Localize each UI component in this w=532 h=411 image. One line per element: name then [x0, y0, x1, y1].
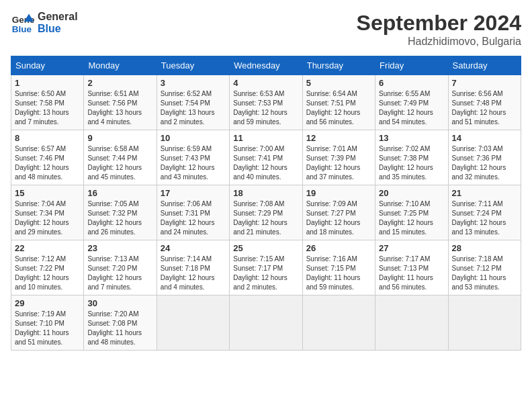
day-info: Sunrise: 6:59 AM Sunset: 7:43 PM Dayligh…	[161, 144, 226, 182]
calendar-week-5: 29Sunrise: 7:19 AM Sunset: 7:10 PM Dayli…	[11, 295, 521, 351]
calendar-cell: 8Sunrise: 6:57 AM Sunset: 7:46 PM Daylig…	[11, 130, 84, 185]
day-number: 9	[87, 133, 152, 143]
day-number: 8	[15, 133, 80, 143]
day-info: Sunrise: 7:16 AM Sunset: 7:15 PM Dayligh…	[306, 255, 371, 292]
day-number: 24	[161, 243, 226, 253]
day-number: 11	[233, 133, 298, 143]
day-info: Sunrise: 6:54 AM Sunset: 7:51 PM Dayligh…	[306, 89, 371, 127]
day-info: Sunrise: 6:52 AM Sunset: 7:54 PM Dayligh…	[161, 89, 226, 127]
day-number: 10	[161, 133, 226, 143]
calendar-cell: 17Sunrise: 7:06 AM Sunset: 7:31 PM Dayli…	[157, 185, 229, 240]
calendar-cell: 2Sunrise: 6:51 AM Sunset: 7:56 PM Daylig…	[84, 75, 157, 130]
calendar-cell: 29Sunrise: 7:19 AM Sunset: 7:10 PM Dayli…	[11, 295, 84, 351]
location: Hadzhidimovo, Bulgaria	[357, 36, 521, 48]
calendar-cell: 5Sunrise: 6:54 AM Sunset: 7:51 PM Daylig…	[302, 75, 375, 130]
day-info: Sunrise: 7:06 AM Sunset: 7:31 PM Dayligh…	[161, 199, 226, 237]
calendar-cell: 12Sunrise: 7:01 AM Sunset: 7:39 PM Dayli…	[302, 130, 375, 185]
day-number: 4	[233, 78, 298, 88]
day-number: 7	[452, 78, 517, 88]
month-title: September 2024	[357, 11, 521, 36]
day-number: 20	[379, 188, 444, 198]
calendar-cell: 24Sunrise: 7:14 AM Sunset: 7:18 PM Dayli…	[157, 240, 229, 295]
calendar-week-3: 15Sunrise: 7:04 AM Sunset: 7:34 PM Dayli…	[11, 185, 521, 240]
header-sunday: Sunday	[11, 56, 84, 75]
day-info: Sunrise: 7:02 AM Sunset: 7:38 PM Dayligh…	[379, 144, 444, 182]
day-info: Sunrise: 7:13 AM Sunset: 7:20 PM Dayligh…	[87, 255, 152, 292]
day-info: Sunrise: 7:18 AM Sunset: 7:12 PM Dayligh…	[452, 255, 517, 292]
day-number: 15	[15, 188, 80, 198]
day-info: Sunrise: 7:14 AM Sunset: 7:18 PM Dayligh…	[161, 255, 226, 292]
day-info: Sunrise: 7:15 AM Sunset: 7:17 PM Dayligh…	[233, 255, 298, 292]
calendar-cell: 22Sunrise: 7:12 AM Sunset: 7:22 PM Dayli…	[11, 240, 84, 295]
calendar-week-2: 8Sunrise: 6:57 AM Sunset: 7:46 PM Daylig…	[11, 130, 521, 185]
day-number: 23	[87, 243, 152, 253]
day-info: Sunrise: 6:50 AM Sunset: 7:58 PM Dayligh…	[15, 89, 80, 127]
day-info: Sunrise: 7:12 AM Sunset: 7:22 PM Dayligh…	[15, 255, 80, 292]
day-number: 16	[87, 188, 152, 198]
calendar-cell: 26Sunrise: 7:16 AM Sunset: 7:15 PM Dayli…	[302, 240, 375, 295]
calendar-header-row: SundayMondayTuesdayWednesdayThursdayFrid…	[11, 56, 521, 75]
header-saturday: Saturday	[448, 56, 521, 75]
day-number: 19	[306, 188, 371, 198]
calendar-cell: 13Sunrise: 7:02 AM Sunset: 7:38 PM Dayli…	[375, 130, 448, 185]
calendar-cell	[157, 295, 229, 351]
day-number: 12	[306, 133, 371, 143]
calendar-week-4: 22Sunrise: 7:12 AM Sunset: 7:22 PM Dayli…	[11, 240, 521, 295]
calendar-cell: 3Sunrise: 6:52 AM Sunset: 7:54 PM Daylig…	[157, 75, 229, 130]
day-info: Sunrise: 6:53 AM Sunset: 7:53 PM Dayligh…	[233, 89, 298, 127]
calendar-cell: 18Sunrise: 7:08 AM Sunset: 7:29 PM Dayli…	[230, 185, 302, 240]
calendar-cell	[448, 295, 521, 351]
logo: General Blue General Blue	[11, 11, 78, 35]
day-info: Sunrise: 6:51 AM Sunset: 7:56 PM Dayligh…	[87, 89, 152, 127]
calendar-cell	[375, 295, 448, 351]
calendar-cell: 27Sunrise: 7:17 AM Sunset: 7:13 PM Dayli…	[375, 240, 448, 295]
logo-general: General	[38, 11, 78, 23]
day-info: Sunrise: 6:55 AM Sunset: 7:49 PM Dayligh…	[379, 89, 444, 127]
day-info: Sunrise: 6:57 AM Sunset: 7:46 PM Dayligh…	[15, 144, 80, 182]
day-number: 17	[161, 188, 226, 198]
day-number: 26	[306, 243, 371, 253]
calendar-cell: 15Sunrise: 7:04 AM Sunset: 7:34 PM Dayli…	[11, 185, 84, 240]
calendar-week-1: 1Sunrise: 6:50 AM Sunset: 7:58 PM Daylig…	[11, 75, 521, 130]
day-info: Sunrise: 7:08 AM Sunset: 7:29 PM Dayligh…	[233, 199, 298, 237]
calendar-cell: 11Sunrise: 7:00 AM Sunset: 7:41 PM Dayli…	[230, 130, 302, 185]
day-number: 14	[452, 133, 517, 143]
title-block: September 2024 Hadzhidimovo, Bulgaria	[357, 11, 521, 48]
day-info: Sunrise: 7:17 AM Sunset: 7:13 PM Dayligh…	[379, 255, 444, 292]
day-number: 28	[452, 243, 517, 253]
day-number: 6	[379, 78, 444, 88]
calendar-cell: 30Sunrise: 7:20 AM Sunset: 7:08 PM Dayli…	[84, 295, 157, 351]
day-info: Sunrise: 7:04 AM Sunset: 7:34 PM Dayligh…	[15, 199, 80, 237]
day-info: Sunrise: 7:00 AM Sunset: 7:41 PM Dayligh…	[233, 144, 298, 182]
calendar-cell: 9Sunrise: 6:58 AM Sunset: 7:44 PM Daylig…	[84, 130, 157, 185]
calendar-cell: 20Sunrise: 7:10 AM Sunset: 7:25 PM Dayli…	[375, 185, 448, 240]
day-info: Sunrise: 7:01 AM Sunset: 7:39 PM Dayligh…	[306, 144, 371, 182]
day-number: 3	[161, 78, 226, 88]
header-friday: Friday	[375, 56, 448, 75]
logo-blue: Blue	[38, 23, 78, 35]
calendar-cell	[230, 295, 302, 351]
calendar-cell: 28Sunrise: 7:18 AM Sunset: 7:12 PM Dayli…	[448, 240, 521, 295]
day-info: Sunrise: 7:20 AM Sunset: 7:08 PM Dayligh…	[87, 310, 152, 347]
day-number: 1	[15, 78, 80, 88]
calendar-cell: 6Sunrise: 6:55 AM Sunset: 7:49 PM Daylig…	[375, 75, 448, 130]
day-info: Sunrise: 6:58 AM Sunset: 7:44 PM Dayligh…	[87, 144, 152, 182]
header-tuesday: Tuesday	[157, 56, 229, 75]
day-number: 27	[379, 243, 444, 253]
day-info: Sunrise: 7:10 AM Sunset: 7:25 PM Dayligh…	[379, 199, 444, 237]
day-number: 18	[233, 188, 298, 198]
logo-icon: General Blue	[11, 11, 35, 35]
calendar-cell: 21Sunrise: 7:11 AM Sunset: 7:24 PM Dayli…	[448, 185, 521, 240]
calendar-cell: 10Sunrise: 6:59 AM Sunset: 7:43 PM Dayli…	[157, 130, 229, 185]
svg-text:Blue: Blue	[12, 24, 32, 34]
calendar-cell: 14Sunrise: 7:03 AM Sunset: 7:36 PM Dayli…	[448, 130, 521, 185]
page-header: General Blue General Blue September 2024…	[11, 11, 521, 48]
header-thursday: Thursday	[302, 56, 375, 75]
day-number: 22	[15, 243, 80, 253]
day-number: 21	[452, 188, 517, 198]
header-monday: Monday	[84, 56, 157, 75]
calendar-cell: 25Sunrise: 7:15 AM Sunset: 7:17 PM Dayli…	[230, 240, 302, 295]
calendar-cell	[302, 295, 375, 351]
calendar-cell: 16Sunrise: 7:05 AM Sunset: 7:32 PM Dayli…	[84, 185, 157, 240]
calendar-table: SundayMondayTuesdayWednesdayThursdayFrid…	[11, 56, 521, 351]
